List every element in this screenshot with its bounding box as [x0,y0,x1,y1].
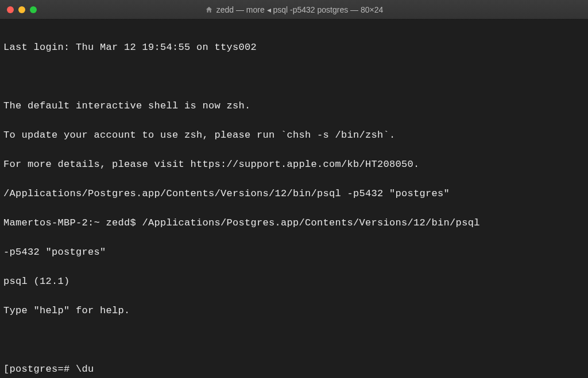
line-blank [3,333,585,348]
line-zsh-notice: The default interactive shell is now zsh… [3,99,585,114]
close-button[interactable] [7,6,14,13]
traffic-lights [7,6,37,13]
line-zsh-details: For more details, please visit https://s… [3,157,585,172]
line-psql-prompt: [postgres=# \du [3,362,585,377]
window-title-text: zedd — more ◂ psql -p5432 postgres — 80×… [216,5,384,14]
home-icon [205,6,213,14]
line-help-hint: Type "help" for help. [3,303,585,318]
minimize-button[interactable] [18,6,25,13]
maximize-button[interactable] [30,6,37,13]
titlebar: zedd — more ◂ psql -p5432 postgres — 80×… [0,0,588,20]
line-prompt2: -p5432 "postgres" [3,245,585,260]
line-last-login: Last login: Thu Mar 12 19:54:55 on ttys0… [3,40,585,55]
window-title: zedd — more ◂ psql -p5432 postgres — 80×… [0,5,588,14]
line-blank [3,69,585,84]
line-psql-path: /Applications/Postgres.app/Contents/Vers… [3,186,585,201]
line-prompt: Mamertos-MBP-2:~ zedd$ /Applications/Pos… [3,216,585,231]
line-zsh-update: To update your account to use zsh, pleas… [3,128,585,143]
line-psql-version: psql (12.1) [3,274,585,289]
terminal-body[interactable]: Last login: Thu Mar 12 19:54:55 on ttys0… [0,20,588,378]
